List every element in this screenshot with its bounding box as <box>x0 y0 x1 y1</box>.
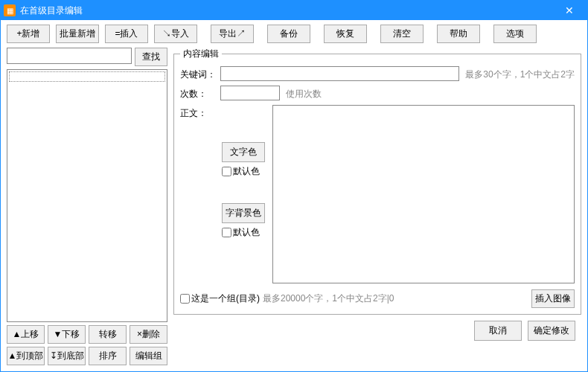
delete-button[interactable]: ×删除 <box>130 325 167 344</box>
body-label: 正文： <box>180 105 217 120</box>
export-button[interactable]: 导出↗ <box>211 25 254 43</box>
content-editor-fieldset: 内容编辑 关键词： 最多30个字，1个中文占2字 次数： 使用次数 正文： 文字… <box>173 48 581 315</box>
clear-button[interactable]: 清空 <box>380 25 424 43</box>
move-up-button[interactable]: ▲上移 <box>7 325 45 344</box>
restore-button[interactable]: 恢复 <box>324 25 367 43</box>
backup-button[interactable]: 备份 <box>267 25 310 43</box>
sort-button[interactable]: 排序 <box>89 347 127 365</box>
default-text-color-label: 默认色 <box>233 165 260 178</box>
count-hint: 使用次数 <box>283 86 322 100</box>
color-controls: 文字色 默认色 字背景色 默认色 <box>222 105 268 239</box>
options-button[interactable]: 选项 <box>493 25 537 43</box>
body: 查找 ▲上移 ▼下移 转移 ×删除 ▲到顶部 ↧到底部 排序 编辑组 <box>1 48 587 371</box>
window-title: 在首级目录编辑 <box>20 4 555 17</box>
default-text-color-input[interactable] <box>222 167 231 176</box>
bottom-row: 这是一个组(目录) 最多20000个字，1个中文占2字|0 插入图像 <box>180 289 575 308</box>
cancel-button[interactable]: 取消 <box>474 321 522 341</box>
move-down-button[interactable]: ▼下移 <box>48 325 86 344</box>
insert-button[interactable]: =插入 <box>105 25 148 43</box>
text-color-button[interactable]: 文字色 <box>222 142 265 162</box>
body-hint: 最多20000个字，1个中文占2字|0 <box>263 292 394 305</box>
dialog-footer: 取消 确定修改 <box>173 315 581 347</box>
keyword-label: 关键词： <box>180 66 217 81</box>
dialog-window: ▦ 在首级目录编辑 ✕ +新增 批量新增 =插入 ↘导入 导出↗ 备份 恢复 清… <box>0 0 588 372</box>
search-button[interactable]: 查找 <box>135 48 167 66</box>
list-selection <box>9 71 165 82</box>
toolbar: +新增 批量新增 =插入 ↘导入 导出↗ 备份 恢复 清空 帮助 选项 <box>1 20 587 48</box>
fieldset-legend: 内容编辑 <box>180 48 222 60</box>
default-bg-color-input[interactable] <box>222 228 231 237</box>
add-button[interactable]: +新增 <box>7 25 50 43</box>
insert-image-button[interactable]: 插入图像 <box>531 289 575 308</box>
keyword-hint: 最多30个字，1个中文占2字 <box>462 66 575 81</box>
search-row: 查找 <box>7 48 167 66</box>
group-checkbox-label: 这是一个组(目录) <box>191 292 260 305</box>
default-text-color-checkbox[interactable]: 默认色 <box>222 165 268 178</box>
import-button[interactable]: ↘导入 <box>154 25 197 43</box>
count-input[interactable] <box>220 86 280 100</box>
bg-color-button[interactable]: 字背景色 <box>222 203 265 223</box>
help-button[interactable]: 帮助 <box>437 25 480 43</box>
left-buttons: ▲上移 ▼下移 转移 ×删除 ▲到顶部 ↧到底部 排序 编辑组 <box>7 325 167 365</box>
right-panel: 内容编辑 关键词： 最多30个字，1个中文占2字 次数： 使用次数 正文： 文字… <box>173 48 581 365</box>
transfer-button[interactable]: 转移 <box>89 325 127 344</box>
keyword-row: 关键词： 最多30个字，1个中文占2字 <box>180 66 575 81</box>
left-panel: 查找 ▲上移 ▼下移 转移 ×删除 ▲到顶部 ↧到底部 排序 编辑组 <box>7 48 167 365</box>
app-icon: ▦ <box>4 4 16 16</box>
ok-button[interactable]: 确定修改 <box>528 321 575 341</box>
group-checkbox-input[interactable] <box>180 294 190 304</box>
count-label: 次数： <box>180 86 217 100</box>
to-top-button[interactable]: ▲到顶部 <box>7 347 45 365</box>
titlebar: ▦ 在首级目录编辑 ✕ <box>1 1 587 20</box>
close-icon[interactable]: ✕ <box>555 1 584 20</box>
keyword-input[interactable] <box>220 66 459 81</box>
group-checkbox[interactable]: 这是一个组(目录) <box>180 292 260 305</box>
search-input[interactable] <box>7 48 132 64</box>
item-listbox[interactable] <box>7 69 167 322</box>
body-textarea[interactable] <box>272 105 575 283</box>
body-row: 正文： 文字色 默认色 字背景色 默认色 <box>180 105 575 283</box>
to-bottom-button[interactable]: ↧到底部 <box>48 347 86 365</box>
count-row: 次数： 使用次数 <box>180 86 575 100</box>
edit-group-button[interactable]: 编辑组 <box>130 347 167 365</box>
default-bg-color-checkbox[interactable]: 默认色 <box>222 226 268 239</box>
batch-add-button[interactable]: 批量新增 <box>56 25 99 43</box>
default-bg-color-label: 默认色 <box>233 226 260 239</box>
